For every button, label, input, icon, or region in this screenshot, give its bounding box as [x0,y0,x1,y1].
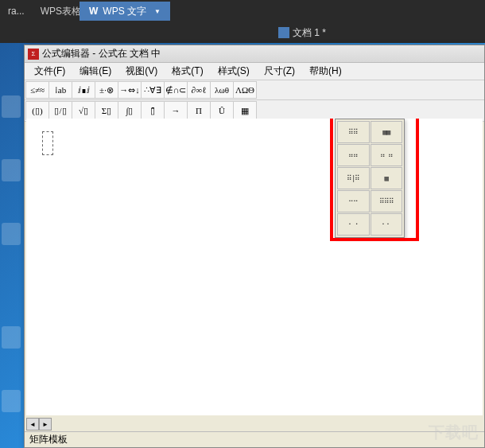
symbol-toolbar: ≤≠≈ ⁞ab ⅈ∎ⅈ ±∙⊗ →⇔↓ ∴∀∃ ∉∩⊂ ∂∞ℓ λωθ ΛΩΘ [25,80,484,100]
app-icon: Σ [28,49,39,60]
title-bar[interactable]: Σ 公式编辑器 - 公式在 文档 中 [25,45,484,63]
hat-btn[interactable]: Û [210,101,234,120]
matrix-template-palette: ⠿⠿ ▦▦ ⠶⠶ ⠶ ⠶ ⠿|⠿ ▦ ⠒⠒ ⠿⠿⠿ ⠂⠐ ⠂⠂ [335,119,405,238]
menu-style[interactable]: 样式(S) [211,63,256,80]
equation-canvas[interactable]: ⠿⠿ ▦▦ ⠶⠶ ⠶ ⠶ ⠿|⠿ ▦ ⠒⠒ ⠿⠿⠿ ⠂⠐ ⠂⠂ [26,119,483,415]
taskbar-app-trunc: ra... [3,4,29,18]
matrix-option[interactable]: ⠶ ⠶ [371,144,403,166]
fence-btn[interactable]: (▯) [25,101,49,120]
doc-tab-label: 文档 1 * [293,26,326,40]
sum-btn[interactable]: Σ▯ [95,101,118,120]
matrix-option[interactable]: ⠿⠿ [337,121,370,143]
matrix-option[interactable]: ⠶⠶ [337,144,370,166]
menu-file[interactable]: 文件(F) [28,63,72,80]
taskbar-app[interactable]: WPS表格 [36,3,86,20]
set-btn[interactable]: ∉∩⊂ [164,81,188,99]
menu-size[interactable]: 尺寸(Z) [258,63,301,80]
greek-lower-btn[interactable]: λωθ [210,81,234,99]
menu-format[interactable]: 格式(T) [165,63,209,80]
root-btn[interactable]: √▯ [72,101,95,120]
desktop-icon[interactable] [2,390,21,412]
matrix-option[interactable]: ▦▦ [371,121,403,143]
equation-editor-window: Σ 公式编辑器 - 公式在 文档 中 文件(F) 编辑(E) 视图(V) 格式(… [24,45,485,448]
wps-word-tab[interactable]: W WPS 文字 [80,2,170,21]
wps-tab-label: WPS 文字 [103,5,146,18]
document-tab[interactable]: 文档 1 * [278,26,326,40]
system-taskbar: ra... WPS表格 [0,0,485,22]
desktop-icon[interactable] [2,326,21,349]
bar-btn[interactable]: ▯̄ [141,101,165,120]
wps-tab-bar: W WPS 文字 文档 1 * [0,22,485,43]
prod-btn[interactable]: Π [187,101,211,120]
status-bar: 矩阵模板 [25,431,484,447]
spaces-btn[interactable]: ⁞ab [48,81,72,99]
frac-btn[interactable]: ▯/▯ [48,101,72,120]
watermark: 下载吧 [429,422,479,443]
matrix-option[interactable]: ▦ [371,167,403,189]
matrix-option[interactable]: ⠿⠿⠿ [371,190,403,212]
arrow-over-btn[interactable]: → [164,101,188,120]
logical-btn[interactable]: ∴∀∃ [141,81,165,99]
matrix-btn[interactable]: ▦ [233,101,257,120]
desktop-icon[interactable] [2,159,21,181]
greek-upper-btn[interactable]: ΛΩΘ [233,81,257,99]
equation-cursor[interactable] [42,131,53,155]
menu-bar: 文件(F) 编辑(E) 视图(V) 格式(T) 样式(S) 尺寸(Z) 帮助(H… [25,63,484,80]
matrix-option[interactable]: ⠒⠒ [337,190,370,212]
scroll-left-btn[interactable]: ◄ [26,418,39,430]
relations-btn[interactable]: ≤≠≈ [25,81,49,99]
window-title: 公式编辑器 - 公式在 文档 中 [42,47,161,60]
embellish-btn[interactable]: ⅈ∎ⅈ [72,81,95,99]
menu-view[interactable]: 视图(V) [119,63,164,80]
misc-btn[interactable]: ∂∞ℓ [187,81,211,99]
scroll-right-btn[interactable]: ► [39,418,52,430]
integral-btn[interactable]: ∫▯ [118,101,142,120]
matrix-option[interactable]: ⠂⠂ [371,213,403,236]
menu-help[interactable]: 帮助(H) [303,63,348,80]
operators-btn[interactable]: ±∙⊗ [95,81,118,99]
wps-icon: W [89,6,98,17]
doc-icon [278,27,289,38]
arrows-btn[interactable]: →⇔↓ [118,81,142,99]
menu-edit[interactable]: 编辑(E) [73,63,118,80]
status-text: 矩阵模板 [29,433,68,446]
horizontal-scrollbar[interactable]: ◄ ► [26,417,483,431]
desktop-icon[interactable] [2,223,21,245]
matrix-option[interactable]: ⠂⠐ [337,213,370,236]
desktop-icon[interactable] [2,95,21,118]
matrix-option[interactable]: ⠿|⠿ [337,167,370,189]
